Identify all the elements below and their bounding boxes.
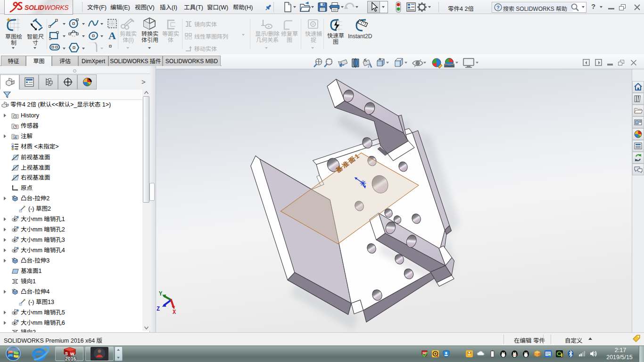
svg-text:A: A (108, 30, 116, 41)
svg-text:A: A (14, 135, 17, 140)
svg-text:WORKS: WORKS (44, 4, 69, 11)
svg-text:A: A (368, 62, 372, 68)
svg-text:SOLID: SOLID (25, 4, 44, 11)
svg-text:Z: Z (157, 306, 160, 313)
svg-text:?: ? (496, 5, 500, 10)
svg-text:Y: Y (159, 291, 163, 297)
svg-text:S: S (65, 351, 68, 356)
svg-text:2016: 2016 (65, 356, 76, 362)
svg-text:X: X (173, 309, 176, 316)
